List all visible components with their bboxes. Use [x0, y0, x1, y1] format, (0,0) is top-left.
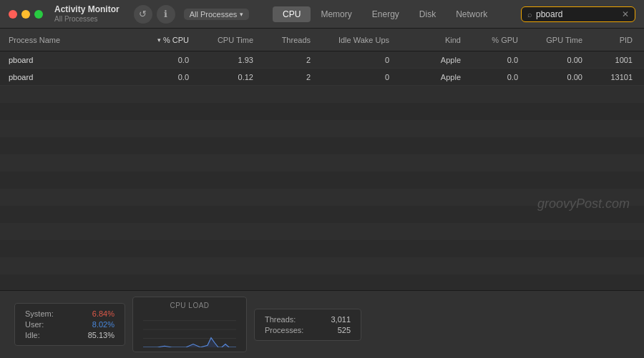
- cell-kind: Apple: [392, 56, 464, 64]
- cell-cpu-pct: 0.0: [135, 73, 192, 81]
- sort-arrow-icon: ▾: [157, 36, 161, 44]
- watermark: groovyPost.com: [537, 197, 630, 212]
- empty-row: [0, 257, 644, 274]
- table-row[interactable]: pboard 0.0 0.12 2 0 Apple 0.0 0.00 13101…: [0, 69, 644, 86]
- svg-marker-3: [143, 338, 236, 347]
- empty-row: [0, 274, 644, 290]
- cell-pid: 13101: [585, 73, 635, 81]
- view-selector[interactable]: All Processes ▾: [184, 9, 250, 20]
- empty-row: [0, 120, 644, 137]
- idle-label: Idle:: [25, 331, 40, 339]
- user-value: 8.02%: [92, 320, 114, 329]
- col-header-user[interactable]: User: [635, 36, 644, 44]
- cell-cpu-time: 1.93: [192, 56, 256, 64]
- close-button[interactable]: [9, 10, 17, 19]
- empty-row: [0, 240, 644, 257]
- cell-user: justinmerec: [635, 56, 644, 64]
- processes-label: Processes:: [265, 326, 303, 334]
- tab-memory[interactable]: Memory: [311, 6, 361, 22]
- app-subtitle: All Processes: [54, 15, 98, 24]
- cell-cpu-pct: 0.0: [135, 56, 192, 64]
- empty-row: [0, 103, 644, 120]
- cell-process-name: pboard: [6, 56, 135, 64]
- cpu-stats-box: System: 6.84% User: 8.02% Idle: 85.13%: [14, 303, 125, 346]
- cell-cpu-time: 0.12: [192, 73, 256, 81]
- col-header-pid[interactable]: PID: [585, 36, 635, 44]
- tab-energy[interactable]: Energy: [362, 6, 409, 22]
- empty-row: [0, 223, 644, 240]
- empty-row: [0, 137, 644, 154]
- cell-process-name: pboard: [6, 73, 135, 81]
- maximize-button[interactable]: [34, 10, 43, 19]
- processes-stat-row: Processes: 525: [265, 326, 351, 334]
- system-label: System:: [25, 309, 54, 318]
- cell-threads: 2: [256, 56, 313, 64]
- main-content: Process Name ▾% CPU CPU Time Threads Idl…: [0, 29, 644, 290]
- table-row[interactable]: pboard 0.0 1.93 2 0 Apple 0.0 0.00 1001 …: [0, 51, 644, 69]
- empty-row: [0, 171, 644, 189]
- info-button[interactable]: ℹ: [157, 5, 175, 24]
- col-header-gpu-pct[interactable]: % GPU: [464, 36, 521, 44]
- minimize-button[interactable]: [21, 10, 30, 19]
- tabs: CPU Memory Energy Disk Network: [260, 6, 509, 22]
- col-header-kind[interactable]: Kind: [392, 36, 464, 44]
- empty-row: [0, 86, 644, 103]
- idle-value: 85.13%: [88, 331, 114, 339]
- cell-pid: 1001: [585, 56, 635, 64]
- col-header-cpu-time[interactable]: CPU Time: [192, 36, 256, 44]
- search-icon: ⌕: [527, 10, 532, 19]
- cell-user: jordenadkin: [635, 73, 644, 81]
- app-title: Activity Monitor: [54, 4, 119, 14]
- col-header-threads[interactable]: Threads: [256, 36, 313, 44]
- search-clear-icon[interactable]: ✕: [622, 9, 629, 19]
- refresh-button[interactable]: ↺: [134, 5, 152, 24]
- threads-label: Threads:: [265, 315, 296, 324]
- cpu-load-label: CPU LOAD: [170, 302, 209, 309]
- user-stat-row: User: 8.02%: [25, 320, 114, 329]
- cell-idle-wake-ups: 0: [313, 73, 392, 81]
- cpu-load-box: CPU LOAD: [132, 297, 247, 352]
- search-input[interactable]: [536, 9, 618, 19]
- threads-stat-row: Threads: 3,011: [265, 315, 351, 324]
- empty-row: [0, 154, 644, 171]
- col-header-gpu-time[interactable]: GPU Time: [521, 36, 585, 44]
- cell-gpu-pct: 0.0: [464, 56, 521, 64]
- toolbar-icons: ↺ ℹ: [134, 5, 175, 24]
- processes-value: 525: [338, 326, 351, 334]
- traffic-lights: [9, 10, 43, 19]
- search-bar[interactable]: ⌕ ✕: [521, 6, 635, 22]
- cell-threads: 2: [256, 73, 313, 81]
- chevron-down-icon: ▾: [240, 11, 243, 18]
- threads-box: Threads: 3,011 Processes: 525: [254, 309, 361, 341]
- tab-disk[interactable]: Disk: [409, 6, 446, 22]
- view-selector-label: All Processes: [190, 10, 238, 19]
- idle-stat-row: Idle: 85.13%: [25, 331, 114, 339]
- table-body: pboard 0.0 1.93 2 0 Apple 0.0 0.00 1001 …: [0, 51, 644, 290]
- col-header-process-name[interactable]: Process Name: [6, 36, 135, 44]
- cpu-load-chart: [143, 312, 236, 347]
- cell-gpu-time: 0.00: [521, 73, 585, 81]
- title-bar: Activity Monitor All Processes ↺ ℹ All P…: [0, 0, 644, 29]
- col-header-idle-wake-ups[interactable]: Idle Wake Ups: [313, 36, 392, 44]
- system-stat-row: System: 6.84%: [25, 309, 114, 318]
- threads-value: 3,011: [331, 315, 351, 324]
- col-header-cpu-pct[interactable]: ▾% CPU: [135, 36, 192, 44]
- system-value: 6.84%: [92, 309, 114, 318]
- tab-network[interactable]: Network: [446, 6, 497, 22]
- bottom-panel: System: 6.84% User: 8.02% Idle: 85.13% C…: [0, 290, 644, 358]
- cell-gpu-pct: 0.0: [464, 73, 521, 81]
- user-label: User:: [25, 320, 44, 329]
- tab-cpu[interactable]: CPU: [273, 6, 311, 22]
- app-title-block: Activity Monitor All Processes: [54, 4, 119, 23]
- table-header: Process Name ▾% CPU CPU Time Threads Idl…: [0, 29, 644, 51]
- cell-gpu-time: 0.00: [521, 56, 585, 64]
- cell-kind: Apple: [392, 73, 464, 81]
- cell-idle-wake-ups: 0: [313, 56, 392, 64]
